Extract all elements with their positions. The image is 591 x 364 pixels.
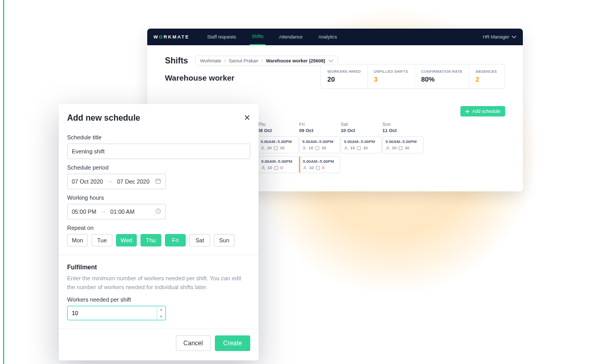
page-title: Shifts bbox=[165, 56, 188, 66]
box-icon bbox=[274, 166, 278, 170]
divider bbox=[59, 255, 259, 255]
person-icon bbox=[386, 146, 390, 150]
schedule-title-label: Schedule title bbox=[67, 134, 250, 140]
role-menu[interactable]: HR Manager bbox=[483, 34, 517, 40]
schedule-title-input[interactable] bbox=[67, 144, 250, 159]
dow-label: Thu bbox=[258, 122, 299, 127]
clock-icon bbox=[155, 208, 161, 215]
brand-pre: W bbox=[153, 34, 159, 40]
dow-label: Fri bbox=[299, 122, 340, 127]
stat-unfilled-label: UNFILLED SHIFTS bbox=[374, 70, 408, 73]
shift-filled: 0 bbox=[280, 165, 282, 170]
shift-card[interactable]: 9.00AM–5.00PM 10 10 bbox=[299, 136, 340, 153]
svg-rect-16 bbox=[316, 166, 319, 169]
crumb-sep: / bbox=[224, 58, 226, 63]
crumb-current[interactable]: Warehouse worker (25608) bbox=[266, 58, 325, 63]
shift-time: 9.00AM–5.00PM bbox=[303, 159, 337, 164]
create-button[interactable]: Create bbox=[215, 335, 250, 351]
shift-filled: 0 bbox=[322, 165, 324, 170]
shift-time: 9.00AM–5.00PM bbox=[261, 159, 295, 164]
chevron-down-icon bbox=[511, 34, 517, 40]
nav-analytics[interactable]: Analytics bbox=[316, 29, 339, 45]
brand-logo: WORKMATE bbox=[153, 34, 189, 40]
person-icon bbox=[261, 146, 265, 150]
box-icon bbox=[274, 146, 278, 150]
person-icon bbox=[303, 166, 307, 170]
shift-assigned: 10 bbox=[267, 146, 272, 150]
hours-start: 05:00 PM bbox=[72, 209, 96, 215]
person-icon bbox=[344, 146, 348, 150]
add-schedule-label: Add schedule bbox=[472, 109, 500, 114]
shift-card[interactable]: 9.00AM–5.00PM 10 0 bbox=[299, 156, 340, 173]
shift-assigned: 10 bbox=[392, 146, 396, 150]
shift-assigned: 10 bbox=[309, 146, 313, 150]
svg-point-15 bbox=[304, 166, 305, 167]
crumb-workmate[interactable]: Workmate bbox=[200, 58, 221, 63]
workers-needed-label: Workers needed per shift bbox=[67, 296, 250, 303]
workers-needed-input[interactable] bbox=[68, 310, 157, 316]
shift-card[interactable]: 9.00AM–5.00PM 10 0 bbox=[258, 156, 299, 173]
fulfilment-help: Enter the minimum number of workers need… bbox=[67, 274, 250, 291]
box-icon bbox=[315, 146, 319, 150]
svg-rect-10 bbox=[274, 146, 277, 149]
box-icon bbox=[357, 146, 361, 150]
crumb-samut-prakan[interactable]: Samut Prakan bbox=[229, 58, 259, 63]
dow-date: 10 Oct bbox=[341, 128, 382, 133]
svg-rect-21 bbox=[156, 179, 161, 184]
calendar-icon bbox=[155, 178, 161, 185]
plus-icon bbox=[465, 109, 470, 114]
cancel-button[interactable]: Cancel bbox=[176, 335, 211, 351]
svg-rect-12 bbox=[275, 166, 278, 169]
day-thu[interactable]: Thu bbox=[140, 234, 161, 246]
shift-time: 9.00AM–5.00PM bbox=[386, 139, 420, 144]
schedule-period-input[interactable]: 07 Oct 2020 → 07 Dec 2020 bbox=[67, 174, 166, 189]
stat-absences-value: 2 bbox=[476, 75, 498, 83]
person-icon bbox=[302, 146, 306, 150]
svg-point-17 bbox=[345, 146, 346, 148]
add-schedule-button[interactable]: Add schedule bbox=[460, 106, 505, 116]
day-tue[interactable]: Tue bbox=[92, 234, 112, 246]
shift-filled: 10 bbox=[363, 146, 368, 150]
day-wed[interactable]: Wed bbox=[116, 234, 137, 246]
working-hours-input[interactable]: 05:00 PM → 01:00 AM bbox=[67, 204, 166, 219]
shift-card[interactable]: 9.00AM–5.00PM 10 10 bbox=[341, 136, 382, 153]
shift-filled: 10 bbox=[405, 146, 409, 150]
day-mon[interactable]: Mon bbox=[67, 234, 88, 246]
shift-card[interactable]: 9.00AM–5.00PM 10 10 bbox=[258, 136, 299, 153]
hours-end: 01:00 AM bbox=[110, 209, 134, 215]
shift-filled: 10 bbox=[280, 146, 285, 150]
repeat-on-label: Repeat on bbox=[67, 225, 250, 231]
box-icon bbox=[399, 146, 403, 150]
nav-staff-requests[interactable]: Staff requests bbox=[205, 29, 238, 45]
shift-assigned: 10 bbox=[309, 165, 314, 170]
day-fri[interactable]: Fri bbox=[165, 234, 186, 246]
shift-filled: 10 bbox=[322, 146, 326, 150]
shift-card[interactable]: 9.00AM–5.00PM 10 10 bbox=[382, 136, 423, 153]
workers-needed-stepper[interactable]: ▴ ▾ bbox=[67, 306, 166, 320]
nav-attendance[interactable]: Attendance bbox=[277, 29, 305, 45]
box-icon bbox=[316, 166, 320, 170]
brand-accent: O bbox=[159, 34, 164, 40]
svg-point-13 bbox=[303, 146, 305, 148]
stats-panel: WORKERS HIRED 20 UNFILLED SHIFTS 3 CONFI… bbox=[320, 64, 505, 89]
dow-date: 09 Oct bbox=[299, 128, 340, 133]
stepper-up[interactable]: ▴ bbox=[157, 306, 165, 313]
stat-confirmation-value: 80% bbox=[421, 75, 463, 83]
svg-rect-18 bbox=[357, 146, 361, 149]
shift-assigned: 10 bbox=[350, 146, 355, 150]
nav-shifts[interactable]: Shifts bbox=[250, 29, 266, 45]
dow-label: Sat bbox=[341, 122, 382, 127]
stat-absences-label: ABSENCES bbox=[476, 70, 498, 73]
close-icon bbox=[244, 114, 250, 121]
close-button[interactable] bbox=[244, 113, 250, 123]
shift-assigned: 10 bbox=[267, 165, 272, 170]
day-sun[interactable]: Sun bbox=[214, 234, 235, 246]
day-sat[interactable]: Sat bbox=[189, 234, 210, 246]
breadcrumb[interactable]: Workmate / Samut Prakan / Warehouse work… bbox=[195, 56, 338, 66]
stat-unfilled-value: 3 bbox=[374, 75, 408, 83]
stepper-down[interactable]: ▾ bbox=[157, 313, 165, 320]
stat-hired-label: WORKERS HIRED bbox=[327, 70, 361, 73]
brand-rail bbox=[3, 0, 4, 364]
role-label: HR Manager bbox=[483, 34, 509, 40]
stat-hired-value: 20 bbox=[327, 75, 361, 83]
